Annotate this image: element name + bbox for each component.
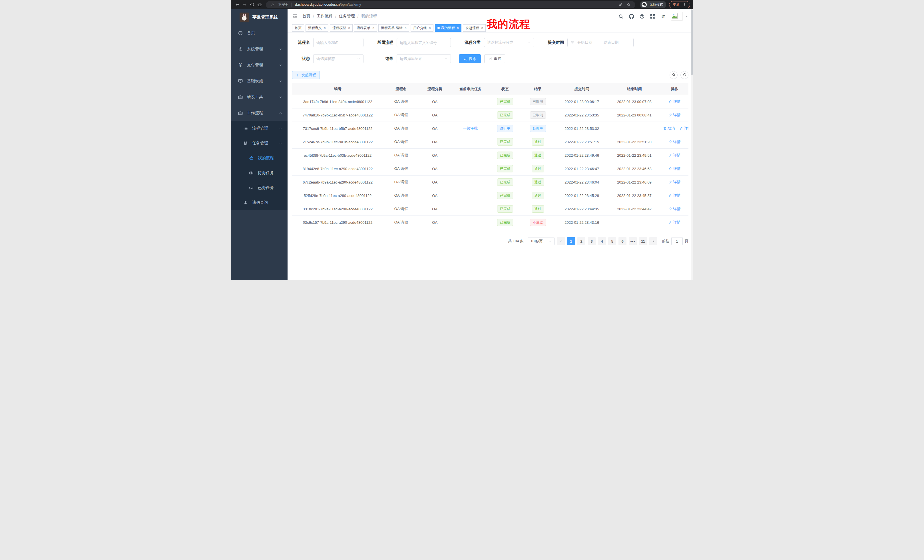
- row-action-detail[interactable]: 详情: [669, 193, 680, 198]
- scrollbar-thumb[interactable]: [691, 9, 693, 75]
- category-select[interactable]: 请选择流程分类: [484, 38, 534, 47]
- incognito-badge[interactable]: 无痕模式: [640, 1, 666, 8]
- process-definition-input[interactable]: [397, 38, 451, 47]
- tab-process-definition[interactable]: 流程定义×: [306, 24, 328, 32]
- browser-update-button[interactable]: 更新: [669, 1, 690, 8]
- close-icon[interactable]: ×: [457, 26, 459, 30]
- sidebar-collapse-icon[interactable]: [292, 13, 298, 19]
- goto-page-input[interactable]: [671, 237, 683, 245]
- avatar-caret-icon[interactable]: [685, 15, 688, 18]
- row-action-detail[interactable]: 详情: [669, 99, 680, 104]
- tab-process-form[interactable]: 流程表单×: [354, 24, 377, 32]
- tab-start-process[interactable]: 发起流程×: [463, 24, 486, 32]
- tab-process-form-edit[interactable]: 流程表单-编辑×: [378, 24, 409, 32]
- plus-icon: [296, 73, 300, 77]
- window-scrollbar[interactable]: [691, 9, 693, 280]
- process-name-input[interactable]: [313, 38, 363, 47]
- security-label: 不安全: [278, 2, 288, 7]
- tab-home[interactable]: 首页: [292, 24, 304, 32]
- start-process-button[interactable]: 发起流程: [292, 71, 320, 79]
- sidebar-item-home[interactable]: 首页: [231, 25, 288, 41]
- sidebar-item-workflow[interactable]: 工作流程: [231, 105, 288, 121]
- browser-menu-dots-icon[interactable]: [681, 1, 688, 8]
- sidebar-item-devtools[interactable]: 研发工具: [231, 89, 288, 105]
- row-action-cancel[interactable]: 取消: [663, 126, 675, 131]
- close-icon[interactable]: ×: [405, 26, 406, 30]
- browser-home-icon[interactable]: [256, 1, 263, 8]
- avatar[interactable]: [671, 12, 682, 21]
- search-button[interactable]: 搜索: [459, 54, 481, 63]
- prev-page-button[interactable]: [557, 237, 565, 245]
- result-badge: 通过: [532, 178, 544, 186]
- page-button-1[interactable]: 1: [567, 237, 575, 245]
- password-key-icon[interactable]: [617, 1, 624, 8]
- page-button-4[interactable]: 4: [598, 237, 606, 245]
- close-icon[interactable]: ×: [324, 26, 326, 30]
- sidebar-item-process-mgmt[interactable]: 流程管理: [231, 121, 288, 136]
- page-button-2[interactable]: 2: [578, 237, 585, 245]
- cell-id: 331bc281-7b9a-11ec-a290-acde48001122: [292, 202, 383, 216]
- toggle-search-button[interactable]: [670, 71, 678, 79]
- sidebar-item-todo-tasks[interactable]: 待办任务: [231, 166, 288, 180]
- font-size-icon[interactable]: tT: [660, 14, 666, 19]
- refresh-table-button[interactable]: [680, 71, 688, 79]
- cell-result: 已取消: [520, 108, 556, 122]
- reset-button[interactable]: 重置: [484, 54, 505, 63]
- search-icon[interactable]: [618, 14, 624, 19]
- page-button-3[interactable]: 3: [588, 237, 596, 245]
- cell-id: 03c6c157-7b9a-11ec-a290-acde48001122: [292, 216, 383, 229]
- browser-forward-icon[interactable]: [241, 1, 248, 8]
- cell-status: 已完成: [490, 162, 520, 175]
- current-task-link[interactable]: 一级审批: [463, 126, 478, 130]
- goto-label: 前往: [662, 239, 669, 244]
- url-bar[interactable]: 不安全 dashboard.yudao.iocoder.cn/bpm/task/…: [266, 1, 635, 8]
- pagination: 共 104 条 10条/页 123456•••11 前往 页: [292, 237, 688, 245]
- breadcrumb-home[interactable]: 首页: [302, 14, 310, 19]
- sidebar-item-system[interactable]: 系统管理: [231, 41, 288, 57]
- bookmark-star-icon[interactable]: [625, 1, 632, 8]
- row-action-detail[interactable]: 详情: [669, 180, 680, 185]
- help-icon[interactable]: [639, 14, 645, 19]
- github-icon[interactable]: [629, 14, 634, 19]
- row-action-detail[interactable]: 详情: [669, 112, 680, 118]
- calendar-icon: [570, 40, 574, 45]
- status-select[interactable]: 请选择状态: [313, 54, 363, 63]
- sidebar-item-payment[interactable]: ¥ 支付管理: [231, 57, 288, 73]
- row-action-detail[interactable]: 详情: [669, 166, 680, 171]
- close-icon[interactable]: ×: [372, 26, 374, 30]
- chevron-down-icon: [357, 57, 360, 60]
- row-action-detail[interactable]: 详情: [669, 139, 680, 144]
- submit-time-range-picker[interactable]: 开始日期 - 结束日期: [567, 38, 634, 47]
- search-icon: [672, 72, 676, 78]
- row-action-detail[interactable]: 详情: [669, 220, 680, 225]
- pager-more-button[interactable]: •••: [629, 237, 637, 245]
- row-action-detail[interactable]: 详情: [680, 126, 688, 131]
- close-icon[interactable]: ×: [348, 26, 350, 30]
- fullscreen-icon[interactable]: [650, 14, 655, 19]
- app-logo[interactable]: 芋道管理系统: [231, 9, 288, 25]
- sidebar-item-done-tasks[interactable]: 已办任务: [231, 180, 288, 195]
- close-icon[interactable]: ×: [481, 26, 483, 30]
- page-button-11[interactable]: 11: [639, 237, 647, 245]
- page-size-select[interactable]: 10条/页: [528, 237, 555, 245]
- breadcrumb-task-mgmt[interactable]: 任务管理: [339, 14, 355, 19]
- status-badge: 进行中: [497, 125, 513, 132]
- page-button-6[interactable]: 6: [618, 237, 627, 245]
- sidebar-item-infra[interactable]: 基础设施: [231, 73, 288, 89]
- tab-process-model[interactable]: 流程模型×: [330, 24, 352, 32]
- sidebar-item-task-mgmt[interactable]: 任务管理: [231, 136, 288, 151]
- sidebar-item-leave-query[interactable]: 请假查询: [231, 195, 288, 210]
- breadcrumb-workflow[interactable]: 工作流程: [316, 14, 333, 19]
- tab-my-process[interactable]: 我的流程×: [435, 24, 461, 32]
- next-page-button[interactable]: [650, 237, 657, 245]
- result-select[interactable]: 请选择流结果: [397, 54, 451, 63]
- tab-user-group[interactable]: 用户分组×: [411, 24, 434, 32]
- sidebar-item-my-process[interactable]: 我的流程: [231, 151, 288, 166]
- row-action-detail[interactable]: 详情: [669, 207, 680, 211]
- page-button-5[interactable]: 5: [608, 237, 616, 245]
- row-action-detail[interactable]: 详情: [669, 153, 680, 158]
- cell-id: 67c2eaab-7b9a-11ec-a290-acde48001122: [292, 175, 383, 189]
- browser-reload-icon[interactable]: [249, 1, 255, 8]
- close-icon[interactable]: ×: [429, 26, 431, 30]
- browser-back-icon[interactable]: [234, 1, 241, 8]
